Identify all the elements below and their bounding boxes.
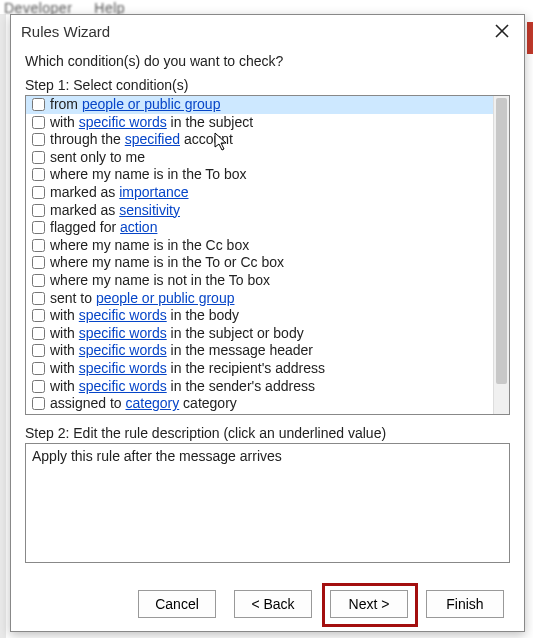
condition-text: sent to people or public group [50, 290, 234, 308]
condition-checkbox[interactable] [32, 168, 45, 181]
wizard-prompt: Which condition(s) do you want to check? [25, 53, 510, 69]
condition-text: assigned to category category [50, 395, 237, 413]
condition-text-fragment: where my name is in the Cc box [50, 237, 249, 253]
step1-label: Step 1: Select condition(s) [25, 77, 510, 93]
condition-text: with specific words in the recipient's a… [50, 360, 325, 378]
condition-link[interactable]: specified [125, 131, 180, 147]
condition-row[interactable]: where my name is not in the To box [26, 272, 493, 290]
condition-link[interactable]: people or public group [82, 96, 221, 112]
condition-text: with specific words in the body [50, 307, 239, 325]
condition-text-fragment: in the message header [167, 342, 313, 358]
condition-link[interactable]: sensitivity [119, 202, 180, 218]
condition-checkbox[interactable] [32, 116, 45, 129]
condition-checkbox[interactable] [32, 344, 45, 357]
condition-checkbox[interactable] [32, 186, 45, 199]
condition-text-fragment: marked as [50, 202, 119, 218]
condition-row[interactable]: with specific words in the sender's addr… [26, 378, 493, 396]
close-icon [495, 24, 509, 38]
condition-text-fragment: in the subject or body [167, 325, 304, 341]
next-button[interactable]: Next > [330, 590, 408, 618]
condition-row[interactable]: sent only to me [26, 149, 493, 167]
condition-row[interactable]: marked as sensitivity [26, 202, 493, 220]
condition-checkbox[interactable] [32, 98, 45, 111]
condition-text: where my name is in the To or Cc box [50, 254, 284, 272]
condition-checkbox[interactable] [32, 133, 45, 146]
condition-text: sent only to me [50, 149, 145, 167]
condition-row[interactable]: with specific words in the subject or bo… [26, 325, 493, 343]
condition-checkbox[interactable] [32, 327, 45, 340]
condition-text-fragment: in the body [167, 307, 239, 323]
condition-text-fragment: with [50, 360, 79, 376]
condition-link[interactable]: specific words [79, 307, 167, 323]
condition-row[interactable]: with specific words in the message heade… [26, 342, 493, 360]
condition-checkbox[interactable] [32, 292, 45, 305]
condition-link[interactable]: people or public group [96, 290, 235, 306]
condition-row[interactable]: where my name is in the To box [26, 166, 493, 184]
condition-checkbox[interactable] [32, 309, 45, 322]
condition-link[interactable]: category [126, 395, 180, 411]
condition-text-fragment: with [50, 307, 79, 323]
condition-text-fragment: in the subject [167, 114, 253, 130]
condition-text-fragment: with [50, 378, 79, 394]
condition-text: through the specified account [50, 131, 233, 149]
rule-description-box[interactable]: Apply this rule after the message arrive… [25, 443, 510, 563]
condition-text-fragment: marked as [50, 184, 119, 200]
condition-link[interactable]: specific words [79, 378, 167, 394]
finish-button[interactable]: Finish [426, 590, 504, 618]
condition-text: with specific words in the subject or bo… [50, 325, 304, 343]
condition-row[interactable]: with specific words in the recipient's a… [26, 360, 493, 378]
condition-text-fragment: account [180, 131, 233, 147]
condition-text-fragment: sent only to me [50, 149, 145, 165]
back-button[interactable]: < Back [234, 590, 312, 618]
titlebar: Rules Wizard [11, 15, 524, 47]
condition-checkbox[interactable] [32, 362, 45, 375]
condition-row[interactable]: marked as importance [26, 184, 493, 202]
condition-text-fragment: from [50, 96, 82, 112]
condition-checkbox[interactable] [32, 274, 45, 287]
condition-link[interactable]: action [120, 219, 157, 235]
condition-row[interactable]: from people or public group [26, 96, 493, 114]
condition-text-fragment: flagged for [50, 219, 120, 235]
background-left-strip [0, 14, 6, 638]
condition-text: with specific words in the message heade… [50, 342, 313, 360]
condition-checkbox[interactable] [32, 239, 45, 252]
condition-checkbox[interactable] [32, 397, 45, 410]
condition-link[interactable]: specific words [79, 342, 167, 358]
condition-link[interactable]: specific words [79, 325, 167, 341]
condition-row[interactable]: where my name is in the Cc box [26, 237, 493, 255]
condition-row[interactable]: flagged for action [26, 219, 493, 237]
condition-text: where my name is not in the To box [50, 272, 270, 290]
condition-text-fragment: with [50, 114, 79, 130]
condition-row[interactable]: assigned to category category [26, 395, 493, 413]
condition-link[interactable]: specific words [79, 360, 167, 376]
condition-row[interactable]: with specific words in the body [26, 307, 493, 325]
condition-text-fragment: through the [50, 131, 125, 147]
close-button[interactable] [486, 19, 518, 43]
scrollbar-thumb[interactable] [496, 98, 507, 384]
rule-description-text: Apply this rule after the message arrive… [32, 448, 282, 464]
condition-text: marked as sensitivity [50, 202, 180, 220]
condition-row[interactable]: where my name is in the To or Cc box [26, 254, 493, 272]
step2-label: Step 2: Edit the rule description (click… [25, 425, 510, 441]
condition-checkbox[interactable] [32, 380, 45, 393]
condition-row[interactable]: sent to people or public group [26, 290, 493, 308]
condition-row[interactable]: through the specified account [26, 131, 493, 149]
condition-text-fragment: where my name is in the To or Cc box [50, 254, 284, 270]
condition-text-fragment: where my name is not in the To box [50, 272, 270, 288]
condition-text: where my name is in the Cc box [50, 237, 249, 255]
condition-checkbox[interactable] [32, 204, 45, 217]
condition-text-fragment: with [50, 325, 79, 341]
conditions-scrollbar[interactable] [493, 96, 509, 414]
cancel-button[interactable]: Cancel [138, 590, 216, 618]
condition-checkbox[interactable] [32, 256, 45, 269]
condition-link[interactable]: specific words [79, 114, 167, 130]
rules-wizard-dialog: Rules Wizard Which condition(s) do you w… [10, 14, 525, 632]
condition-row[interactable]: with specific words in the subject [26, 114, 493, 132]
condition-checkbox[interactable] [32, 221, 45, 234]
conditions-list-viewport[interactable]: from people or public groupwith specific… [26, 96, 493, 414]
condition-checkbox[interactable] [32, 151, 45, 164]
wizard-button-row: Cancel < Back Next > Finish [11, 577, 524, 631]
condition-text-fragment: category [179, 395, 237, 411]
condition-link[interactable]: importance [119, 184, 188, 200]
condition-text-fragment: where my name is in the To box [50, 166, 247, 182]
